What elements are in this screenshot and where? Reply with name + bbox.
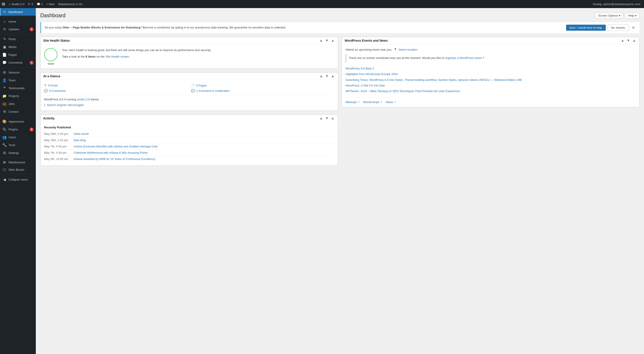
widget-close-button[interactable]: ▲ [330,39,335,42]
comments-nav-icon: 💬 [2,61,7,65]
comments-count-link[interactable]: 9 Comments [49,89,66,93]
sidebar-item-projects[interactable]: 📁 Projects [0,92,36,100]
moderation-link[interactable]: 1 Comment in moderation [196,89,230,93]
sidebar-item-posts[interactable]: ✎ Posts [0,35,36,43]
activity-post-link[interactable]: Hello world! [74,132,89,135]
select-location-link[interactable]: Select location [398,48,418,51]
glance-posts: ✎ 6 Posts [44,84,188,87]
site-health-screen-link[interactable]: Site Health screen [106,55,129,58]
sidebar-item-comments[interactable]: 💬 Comments 1 [0,59,36,67]
glance-comments: 💬 9 Comments [44,89,188,93]
activity-post-link[interactable]: Unlock Exclusive Benefits with eSewa and… [74,145,158,148]
news-item-link[interactable]: WordPress 6.6 Beta 3 [346,67,374,70]
sidebar-item-jobs[interactable]: 💼 Jobs [0,100,36,108]
at-a-glance-controls: ▲ ▼ ▲ [319,74,335,78]
widget-collapse-down-button[interactable]: ▼ [626,39,631,42]
banner-close-button[interactable]: ✕ [631,25,636,30]
activity-post-link[interactable]: Celebrate Motherhood with eSewa & Win Am… [74,151,148,154]
banner-yes-button[interactable]: Sure, I would love to help. [566,25,606,31]
posts-icon: ✎ [2,37,7,41]
activity-post-link[interactable]: eSewa Awarded by NRB for 15 Years of Con… [74,157,155,161]
news-item-link[interactable]: HeroPress: A Site For His Dad [346,84,385,87]
sidebar-item-updates[interactable]: ↻ Updates 3 [0,25,36,33]
activity-title: Activity [43,116,54,120]
widget-collapse-down-button[interactable]: ▼ [324,74,330,78]
widget-close-button[interactable]: ▲ [330,116,335,120]
sidebar-item-plugins[interactable]: 🔌 Plugins 3 [0,125,36,133]
news-link[interactable]: News ↗ [386,100,396,104]
at-a-glance-body: ✎ 6 Posts 📄 4 Pages 💬 9 Comments 💬 [40,80,338,111]
otter-banner: Do you enjoy Otter – Page Builder Blocks… [40,22,640,33]
activity-list-item: May 5th, 10:00 am eSewa Awarded by NRB f… [44,156,334,162]
organize-event-link[interactable]: organize a WordPress event [445,56,482,60]
sidebar-item-otter-blocks[interactable]: ⬡ Otter Blocks [0,166,36,174]
sidebar: ⌗ Dashboard ⌂ Home ↻ Updates 3 ✎ Posts ▣… [0,8,36,354]
sidebar-item-team[interactable]: 👤 Team [0,76,36,84]
adminbar-maintenance: Maintenance is On [56,0,84,8]
appearance-icon: 🎨 [2,119,7,124]
banner-no-button[interactable]: No, thanks. [608,25,629,31]
sidebar-item-home[interactable]: ⌂ Home [0,18,36,25]
wordcamps-link[interactable]: WordCamps ↗ [363,100,382,104]
widget-close-button[interactable]: ▲ [330,74,335,78]
sidebar-item-dashboard[interactable]: ⌗ Dashboard [0,8,36,16]
theme-link[interactable]: studio-2.0 [77,98,90,101]
search-engines-link[interactable]: Search engines discouraged [47,103,84,107]
health-status-indicator: Good [44,48,58,65]
posts-count-link[interactable]: 6 Posts [48,84,58,87]
sidebar-item-maintenance[interactable]: M Maintenance [0,159,36,166]
sidebar-item-tools[interactable]: 🔧 Tools [0,141,36,149]
contact-icon: ✉ [2,110,7,114]
site-health-title: Site Health Status [43,39,70,42]
news-item-link[interactable]: Gutenberg Times: WordPress 6.6 Dev Notes… [346,78,522,82]
meetups-link[interactable]: Meetups ↗ [346,100,360,104]
plugins-badge: 3 [30,127,34,131]
wp-events-body: Attend an upcoming event near you. 📍 Sel… [342,44,639,107]
pages-count-link[interactable]: 4 Pages [196,84,207,87]
external-link-icon: ↗ [394,101,396,103]
main-content: Dashboard Screen Options ▾ Help ▾ Do you… [36,8,644,354]
sidebar-item-services[interactable]: ⚙ Services [0,69,36,76]
external-link-icon: ↗ [380,101,382,103]
chevron-down-icon: ▾ [635,14,636,17]
sidebar-item-pages[interactable]: 📄 Pages [0,51,36,59]
activity-date: May 7th, 4:34 pm [44,151,71,154]
site-health-widget: Site Health Status ▲ ▼ ▲ Good Y [40,37,338,69]
news-item-link[interactable]: Highlights from WordCamp Europe 2024 [346,72,398,76]
site-health-body: Good Your site's health is looking good,… [40,44,338,69]
activity-list-item: May 29th, 5:26 pm Hello world! [44,131,334,137]
sidebar-item-media[interactable]: ▣ Media [0,43,36,51]
users-icon: 👥 [2,135,7,139]
widget-collapse-down-button[interactable]: ▼ [324,39,330,42]
at-a-glance-header: At a Glance ▲ ▼ ▲ [40,73,338,80]
adminbar-revisions[interactable]: ↻ 3 [26,0,35,8]
screen-options-button[interactable]: Screen Options ▾ [595,13,624,18]
sidebar-item-testimonials[interactable]: ❝ Testimonials [0,84,36,92]
banner-actions: Sure, I would love to help. No, thanks. … [566,25,636,31]
widget-collapse-up-button[interactable]: ▲ [319,39,324,42]
wp-events-header: WordPress Events and News ▲ ▼ ▲ [342,37,639,44]
adminbar-user-greeting: Howdy, admin@studiotwopointc.com [591,3,642,6]
sidebar-item-appearance[interactable]: 🎨 Appearance [0,118,36,125]
widget-collapse-down-button[interactable]: ▼ [324,116,330,120]
news-item-link[interactable]: WPTavern: #124 – Mina Tamang on SEO Tech… [346,89,460,93]
activity-list: May 29th, 5:26 pm Hello world! May 16th,… [44,131,334,162]
sidebar-item-settings[interactable]: ⚙ Settings [0,149,36,157]
adminbar-comments[interactable]: 💬 1 [35,0,44,8]
adminbar-site-name[interactable]: ⌂ Studio 2.0 [7,0,26,8]
widget-collapse-up-button[interactable]: ▲ [620,39,625,42]
adminbar-new[interactable]: + New [44,0,56,8]
collapse-icon: ◀ [2,178,7,182]
widget-collapse-up-button[interactable]: ▲ [319,116,324,120]
widget-collapse-up-button[interactable]: ▲ [319,74,324,78]
activity-post-link[interactable]: New blog [74,138,86,142]
widget-close-button[interactable]: ▲ [632,39,636,42]
site-health-content: Good Your site's health is looking good,… [44,48,334,65]
sidebar-collapse-menu[interactable]: ◀ Collapse menu [0,176,36,184]
help-button[interactable]: Help ▾ [625,13,640,18]
external-link-icon: ↗ [358,101,360,103]
sidebar-item-users[interactable]: 👥 Users [0,133,36,141]
events-footer: Meetups ↗ WordCamps ↗ News ↗ [346,97,636,104]
maintenance-icon: M [2,161,7,164]
sidebar-item-contact[interactable]: ✉ Contact [0,108,36,116]
